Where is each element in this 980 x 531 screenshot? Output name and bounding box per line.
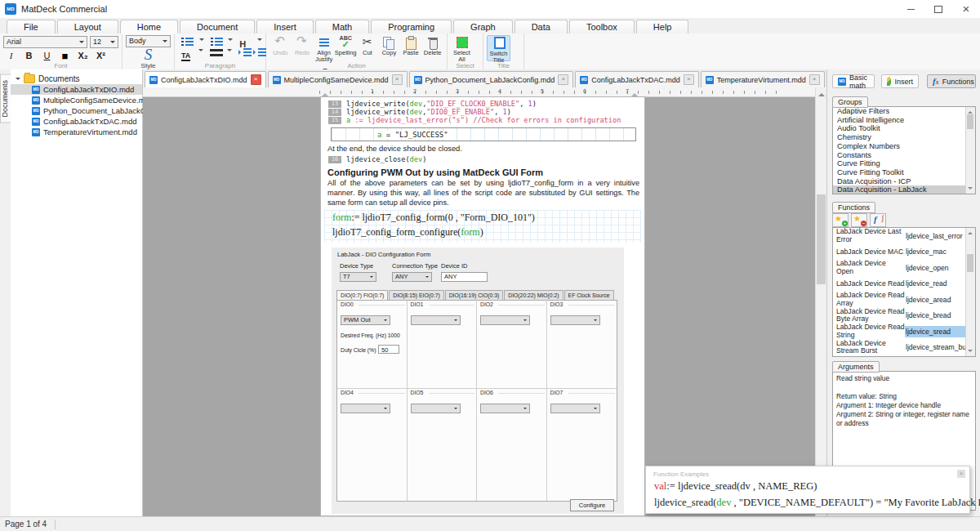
delete-button[interactable]: Delete bbox=[421, 35, 443, 61]
function-row-ljdevice-mac[interactable]: LabJack Device MACljdevice_mac bbox=[833, 244, 966, 261]
switch-title-button[interactable]: Switch Title bbox=[487, 35, 510, 61]
dropdown-arrow-icon[interactable] bbox=[227, 49, 232, 54]
form-tab-ef-clock-source[interactable]: EF Clock Source bbox=[564, 290, 614, 300]
copy-button[interactable]: Copy bbox=[378, 35, 400, 61]
group-item-curve-fitting-toolkit[interactable]: Curve Fitting Toolkit bbox=[833, 168, 966, 177]
ribbon-tab-graph[interactable]: Graph bbox=[453, 20, 513, 33]
x-button[interactable]: X₂ bbox=[75, 49, 91, 63]
i-button[interactable]: I bbox=[3, 49, 19, 63]
scrollbar-thumb[interactable] bbox=[967, 114, 973, 129]
math-expression[interactable]: form:= ljdioT7_config_form(0 , "Form_DIO… bbox=[332, 212, 535, 224]
tree-item-python-document-labjackconfi[interactable]: Python_Document_LabJackConfi... bbox=[11, 105, 142, 116]
vertical-scrollbar[interactable] bbox=[815, 87, 826, 516]
dio0-mode-select[interactable]: PWM Out bbox=[341, 315, 390, 325]
style-button[interactable]: S bbox=[126, 47, 171, 62]
group-item-artificial-intelligence[interactable]: Artificial Intelligence bbox=[833, 116, 966, 125]
ruler-margin-marker[interactable] bbox=[631, 90, 638, 96]
group-item-curve-fitting[interactable]: Curve Fitting bbox=[833, 159, 966, 168]
group-item-adaptive-filters[interactable]: Adaptive Filters bbox=[833, 107, 966, 116]
dio2-mode-select[interactable] bbox=[480, 315, 530, 325]
dio3-mode-select[interactable] bbox=[550, 315, 600, 325]
close-button[interactable] bbox=[952, 0, 980, 18]
paste-button[interactable]: Paste bbox=[400, 35, 422, 61]
form-tab-dio-0-7-fio-0-7[interactable]: DIO(0:7) FIO(0:7) bbox=[336, 290, 388, 300]
u-button[interactable]: U bbox=[39, 49, 55, 63]
ribbon-tab-data[interactable]: Data bbox=[514, 20, 568, 33]
code-block[interactable]: 13ljdevice_write(dev,"DIO_EF_CLOCK0_ENAB… bbox=[324, 100, 641, 124]
duty-cycle-stepper[interactable]: 50 bbox=[378, 345, 399, 354]
panel-tab-insert[interactable]: Insert bbox=[881, 74, 919, 88]
document-tab-configlabjacktxdac-mdd[interactable]: ConfigLabJackTxDAC.mdd bbox=[575, 71, 699, 87]
scroll-up-icon[interactable] bbox=[968, 109, 973, 114]
scroll-down-icon[interactable] bbox=[968, 187, 973, 192]
font-size-select[interactable]: 12 bbox=[90, 36, 118, 48]
scroll-up-icon[interactable] bbox=[968, 230, 973, 234]
document-tab-multipleconfigsamedevice-mdd[interactable]: MultipleConfigSameDevice.mdd bbox=[268, 71, 408, 87]
ribbon-tab-toolbox[interactable]: Toolbox bbox=[569, 20, 635, 33]
function-row-ljdevice-aread[interactable]: LabJack Device Read Arrayljdevice_aread bbox=[833, 292, 966, 308]
code-block[interactable]: 16ljdevice_close(dev) bbox=[324, 155, 641, 163]
tab-close-icon[interactable] bbox=[251, 74, 261, 85]
select-all-button[interactable]: Select All bbox=[451, 35, 473, 61]
indent-increase-icon[interactable] bbox=[253, 47, 262, 56]
scrollbar-thumb[interactable] bbox=[817, 194, 826, 284]
chevron-down-icon[interactable] bbox=[16, 78, 20, 83]
stepper-down-icon[interactable] bbox=[394, 349, 398, 352]
group-item-data-acquisition-icp[interactable]: Data Acquisition - ICP bbox=[833, 177, 966, 186]
math-expression[interactable]: ljdioT7_config_form_configure(form) bbox=[332, 226, 483, 239]
numbered-list-icon[interactable] bbox=[211, 36, 220, 46]
redo-button[interactable]: Redo bbox=[292, 35, 314, 61]
function-row-ljdevice-bread[interactable]: LabJack Device Read Byte Arrayljdevice_b… bbox=[833, 308, 966, 324]
panel-tab-functions[interactable]: Functions bbox=[927, 74, 976, 88]
heading-icon[interactable] bbox=[239, 36, 249, 46]
tree-item-configlabjacktxdio-mdd[interactable]: ConfigLabJackTxDIO.mdd bbox=[11, 84, 142, 95]
ribbon-tab-insert[interactable]: Insert bbox=[256, 20, 314, 33]
ribbon-tab-math[interactable]: Math bbox=[315, 20, 369, 33]
ribbon-tab-programing[interactable]: Programing bbox=[371, 20, 452, 33]
border-line-icon[interactable] bbox=[210, 47, 219, 56]
function-row-ljdevice-stream-burst[interactable]: LabJack Device Stream Burstljdevice_stre… bbox=[833, 340, 966, 356]
arguments-tab-label[interactable]: Arguments bbox=[832, 361, 880, 373]
group-item-constants[interactable]: Constants bbox=[833, 151, 966, 160]
tab-close-icon[interactable] bbox=[684, 74, 694, 85]
form-tab-dio-8-15-eio-0-7[interactable]: DIO(8:15) EIO(0:7) bbox=[389, 290, 443, 300]
math-block[interactable]: form:= ljdioT7_config_form(0 , "Form_DIO… bbox=[324, 210, 641, 243]
panel-tab-basic-math[interactable]: Basic math bbox=[832, 74, 875, 88]
minimize-button[interactable] bbox=[897, 0, 924, 18]
device-type-select[interactable]: T7 bbox=[340, 272, 376, 282]
dropdown-arrow-icon[interactable] bbox=[228, 38, 233, 43]
groups-list[interactable]: Adaptive FiltersArtificial IntelligenceA… bbox=[832, 106, 976, 194]
maximize-button[interactable] bbox=[924, 0, 952, 18]
undo-button[interactable]: Undo bbox=[270, 35, 292, 61]
ribbon-tab-home[interactable]: Home bbox=[120, 20, 178, 33]
ruler-margin-marker[interactable] bbox=[322, 90, 328, 96]
dio4-mode-select[interactable] bbox=[341, 404, 390, 413]
functions-list[interactable]: LabJack Device Last Errorljdevice_last_e… bbox=[832, 227, 976, 357]
ribbon-tab-help[interactable]: Help bbox=[636, 20, 689, 33]
form-tab-dio-20-22-mio-0-2[interactable]: DIO(20:22) MIO(0:2) bbox=[504, 290, 563, 300]
scrollbar-thumb[interactable] bbox=[967, 254, 973, 272]
tree-item-temperaturevirtument-mdd[interactable]: TemperatureVirtument.mdd bbox=[11, 127, 142, 137]
device-id-input[interactable]: ANY bbox=[441, 272, 488, 282]
ribbon-tab-layout[interactable]: Layout bbox=[57, 20, 118, 33]
configure-button[interactable]: Configure bbox=[570, 499, 614, 511]
group-item-complex-numbers[interactable]: Complex Numbers bbox=[833, 142, 966, 151]
dio6-mode-select[interactable] bbox=[480, 404, 530, 413]
groups-scrollbar[interactable] bbox=[965, 107, 975, 194]
ribbon-tab-document[interactable]: Document bbox=[180, 20, 255, 33]
text-style-icon[interactable] bbox=[181, 47, 190, 56]
remove-favorite-button[interactable]: – bbox=[851, 213, 867, 227]
document-tab-python-document-labjackconfig-mdd[interactable]: Python_Document_LabJackConfig.mdd bbox=[409, 71, 574, 87]
indent-decrease-icon[interactable] bbox=[238, 47, 247, 56]
functions-tab-label[interactable]: Functions bbox=[832, 202, 875, 213]
add-favorite-button[interactable]: + bbox=[832, 213, 849, 227]
dropdown-arrow-icon[interactable] bbox=[198, 49, 203, 54]
form-tab-dio-16-19-cio-0-3[interactable]: DIO(16:19) CIO(0:3) bbox=[445, 290, 504, 300]
x-button[interactable]: X² bbox=[93, 49, 109, 63]
dio5-mode-select[interactable] bbox=[411, 404, 461, 413]
tree-item-configlabjacktxdac-mdd[interactable]: ConfigLabJackTxDAC.mdd bbox=[11, 116, 142, 127]
cut-button[interactable]: Cut bbox=[357, 35, 379, 61]
tree-root-documents[interactable]: Documents bbox=[11, 73, 142, 84]
tree-item-multipleconfigsamedevice-mdd[interactable]: MultipleConfigSameDevice.mdd bbox=[11, 95, 142, 105]
function-row-ljdevice-last-error[interactable]: LabJack Device Last Errorljdevice_last_e… bbox=[833, 228, 966, 244]
